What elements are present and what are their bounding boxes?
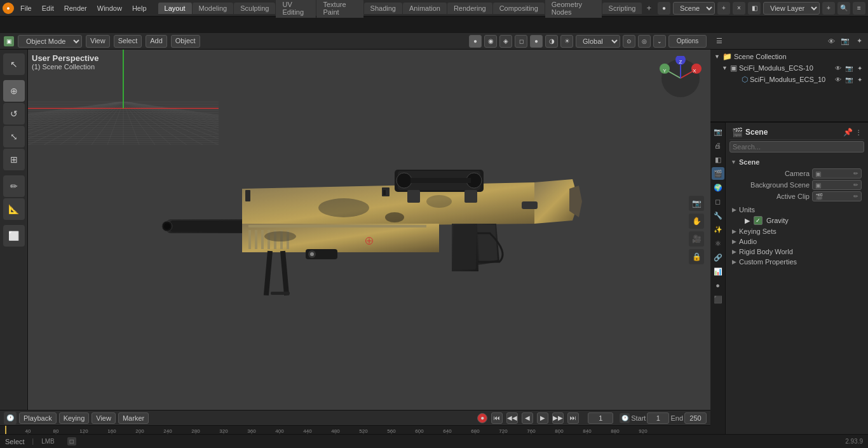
tree-item-scifi-2[interactable]: ⬡ SciFi_Modulus_ECS_10 👁 📷 ✦: [710, 74, 868, 85]
tool-cursor[interactable]: ↖: [3, 53, 25, 75]
props-tab-material[interactable]: ●: [712, 279, 724, 292]
next-keyframe-btn[interactable]: ▶▶: [552, 412, 564, 424]
proportional-edit[interactable]: ◎: [638, 35, 651, 48]
scene-section-header[interactable]: ▼ Scene: [729, 156, 864, 168]
props-tab-texture[interactable]: ⬛: [712, 293, 724, 306]
transform-orientation[interactable]: Global: [576, 35, 620, 48]
workspace-shading[interactable]: Shading: [364, 3, 402, 14]
playback-btn[interactable]: Playback: [19, 412, 57, 424]
menu-render[interactable]: Render: [60, 3, 91, 13]
units-subsection[interactable]: ▶ Units: [729, 205, 864, 215]
view-menu[interactable]: View: [86, 35, 110, 48]
tool-annotate[interactable]: ✏: [3, 175, 25, 197]
add-menu[interactable]: Add: [146, 35, 167, 48]
outliner-all-icon[interactable]: ☰: [713, 35, 726, 48]
menu-file[interactable]: File: [17, 3, 36, 13]
camera-value[interactable]: ▣ ✏: [812, 168, 862, 179]
props-tab-modifier[interactable]: 🔧: [712, 209, 724, 222]
workspace-add-tab[interactable]: +: [642, 1, 655, 15]
props-tab-object[interactable]: ◻: [712, 195, 724, 208]
rigid-body-subsection[interactable]: ▶ Rigid Body World: [729, 247, 864, 257]
tool-measure[interactable]: 📐: [3, 198, 25, 220]
keying-btn[interactable]: Keying: [59, 412, 90, 424]
workspace-scripting[interactable]: Scripting: [602, 3, 642, 14]
workspace-uv-editing[interactable]: UV Editing: [276, 0, 316, 18]
mode-select[interactable]: Object Mode: [18, 35, 82, 48]
workspace-texture-paint[interactable]: Texture Paint: [316, 0, 363, 18]
add-view-layer-icon[interactable]: +: [822, 2, 835, 15]
marker-btn[interactable]: Marker: [118, 412, 149, 424]
play-reverse-btn[interactable]: ◀: [522, 412, 533, 424]
props-tab-world[interactable]: 🌍: [712, 181, 724, 194]
jump-start-btn[interactable]: ⏮: [491, 412, 503, 424]
workspace-compositing[interactable]: Compositing: [493, 3, 545, 14]
properties-pin-icon[interactable]: 📌: [843, 128, 853, 137]
props-tab-output[interactable]: 🖨: [712, 139, 724, 152]
snap-icon[interactable]: ⊙: [623, 35, 635, 48]
props-tab-render[interactable]: 📷: [712, 125, 724, 138]
select-icon-2[interactable]: ✦: [855, 76, 864, 83]
workspace-layout[interactable]: Layout: [158, 3, 192, 14]
props-tab-view-layer[interactable]: ◧: [712, 153, 724, 166]
workspace-rendering[interactable]: Rendering: [447, 3, 492, 14]
viewport-xray-toggle[interactable]: ◈: [499, 35, 512, 48]
props-tab-data[interactable]: 📊: [712, 265, 724, 278]
background-scene-value[interactable]: ▣ ✏: [812, 180, 862, 190]
shading-material[interactable]: ◑: [545, 35, 558, 48]
active-clip-value[interactable]: 🎬 ✏: [812, 191, 862, 201]
tree-item-scene-collection[interactable]: ▼ 📁 Scene Collection: [710, 51, 868, 62]
gravity-checkbox[interactable]: ✓: [754, 216, 763, 225]
current-frame-input[interactable]: 1: [588, 412, 613, 424]
select-icon-1[interactable]: ✦: [855, 65, 864, 72]
viewport[interactable]: User Perspective (1) Scene Collection X …: [28, 50, 710, 410]
select-menu[interactable]: Select: [114, 35, 142, 48]
search-icon[interactable]: 🔍: [837, 2, 850, 15]
tool-move[interactable]: ⊕: [3, 80, 25, 102]
keyframe-record-btn[interactable]: ●: [477, 413, 487, 423]
menu-edit[interactable]: Edit: [38, 3, 58, 13]
custom-props-subsection[interactable]: ▶ Custom Properties: [729, 257, 864, 267]
render-icon-1[interactable]: 📷: [844, 65, 853, 72]
nav-gizmo[interactable]: X Y Z: [658, 56, 703, 100]
bg-scene-edit-icon[interactable]: ✏: [853, 182, 858, 188]
view-btn[interactable]: View: [92, 412, 116, 424]
tree-item-scifi-1[interactable]: ▼ ▣ SciFi_Modulus_ECS-10 👁 📷 ✦: [710, 62, 868, 74]
delete-scene-icon[interactable]: ×: [733, 2, 745, 15]
outliner-render-filter[interactable]: 📷: [839, 35, 851, 48]
viewport-camera-icon[interactable]: 📷: [689, 196, 704, 211]
viewport-camera2-icon[interactable]: 🎥: [689, 231, 704, 247]
tool-scale[interactable]: ⤡: [3, 126, 25, 147]
properties-options-icon[interactable]: ⋮: [855, 129, 862, 136]
shading-wireframe[interactable]: ◻: [515, 35, 527, 48]
active-clip-edit-icon[interactable]: ✏: [853, 193, 858, 200]
viewport-lock-icon[interactable]: 🔒: [689, 249, 704, 264]
workspace-animation[interactable]: Animation: [403, 3, 447, 14]
properties-search-input[interactable]: [729, 141, 864, 153]
outliner-eye-filter[interactable]: 👁: [825, 35, 837, 48]
props-tab-physics[interactable]: ⚛: [712, 237, 724, 250]
filter-icon[interactable]: ≡: [853, 2, 865, 15]
render-icon-2[interactable]: 📷: [844, 76, 853, 83]
keying-sets-subsection[interactable]: ▶ Keying Sets: [729, 226, 864, 236]
tool-rotate[interactable]: ↺: [3, 103, 25, 125]
tool-transform[interactable]: ⊞: [3, 149, 25, 170]
shading-solid[interactable]: ●: [530, 35, 543, 48]
proportional-connected[interactable]: ⌄: [653, 35, 666, 48]
eye-icon-1[interactable]: 👁: [834, 65, 843, 72]
viewport-hand-icon[interactable]: ✋: [689, 214, 704, 229]
camera-edit-icon[interactable]: ✏: [853, 170, 858, 177]
menu-window[interactable]: Window: [93, 3, 126, 13]
props-tab-particles[interactable]: ✨: [712, 223, 724, 236]
start-frame-input[interactable]: 1: [647, 412, 669, 424]
jump-end-btn[interactable]: ⏭: [567, 412, 579, 424]
view-layer-select[interactable]: View Layer: [763, 2, 820, 15]
viewport-shading-solid[interactable]: ●: [469, 35, 482, 48]
audio-subsection[interactable]: ▶ Audio: [729, 236, 864, 247]
new-scene-icon[interactable]: +: [717, 2, 730, 15]
menu-help[interactable]: Help: [128, 3, 151, 13]
prev-keyframe-btn[interactable]: ◀◀: [506, 412, 518, 424]
workspace-sculpting[interactable]: Sculpting: [234, 3, 275, 14]
props-tab-scene[interactable]: 🎬: [712, 167, 724, 180]
play-btn[interactable]: ▶: [537, 412, 548, 424]
tool-add-cube[interactable]: ⬜: [3, 225, 25, 247]
